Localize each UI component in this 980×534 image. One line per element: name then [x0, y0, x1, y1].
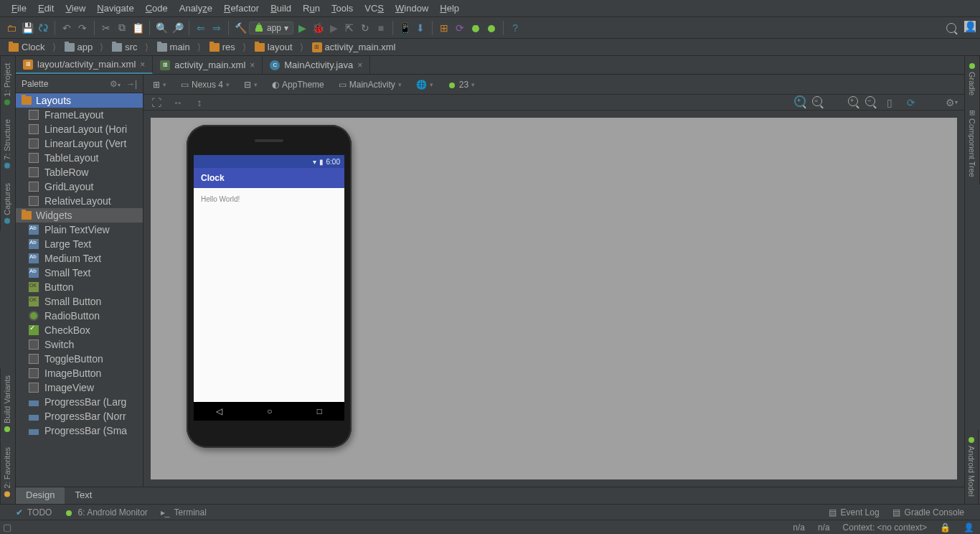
locale-dropdown[interactable]: 🌐: [413, 78, 437, 92]
debug-icon[interactable]: 🐞: [311, 21, 325, 35]
menu-window[interactable]: Window: [390, 1, 434, 15]
zoom-fit-icon[interactable]: +: [795, 96, 805, 108]
palette-item[interactable]: RelativeLayout: [16, 194, 143, 208]
api-dropdown[interactable]: 23: [444, 78, 479, 92]
palette-item[interactable]: ProgressBar (Sma: [16, 423, 143, 438]
palette-item[interactable]: TableLayout: [16, 151, 143, 165]
user-icon[interactable]: 👤: [964, 21, 976, 32]
activity-dropdown[interactable]: ▭ MainActivity: [335, 78, 405, 92]
tab-main-activity-java[interactable]: C MainActivity.java ×: [263, 56, 370, 74]
undo-icon[interactable]: ↶: [60, 21, 74, 35]
menu-tools[interactable]: Tools: [326, 1, 359, 15]
tw-gradle-console[interactable]: ▤Gradle Console: [892, 507, 964, 517]
menu-view[interactable]: View: [60, 1, 91, 15]
run-config-dropdown[interactable]: app ▾: [249, 22, 293, 34]
menu-navigate[interactable]: Navigate: [91, 1, 139, 15]
palette-item[interactable]: Switch: [16, 337, 143, 352]
palette-item[interactable]: LinearLayout (Hori: [16, 122, 143, 136]
close-icon[interactable]: ×: [250, 60, 255, 70]
lock-icon[interactable]: 🔒: [940, 523, 951, 533]
save-icon[interactable]: 💾: [20, 21, 34, 35]
menu-analyze[interactable]: Analyze: [174, 1, 218, 15]
menu-refactor[interactable]: Refactor: [218, 1, 265, 15]
crumb-app[interactable]: app: [60, 42, 108, 52]
viewport-dropdown[interactable]: ⊞: [149, 78, 170, 92]
redo-icon[interactable]: ↷: [75, 21, 90, 35]
close-icon[interactable]: ×: [140, 60, 145, 70]
crumb-layout[interactable]: layout: [250, 42, 308, 52]
sync-icon[interactable]: 🗘: [36, 21, 50, 35]
copy-icon[interactable]: ⧉: [115, 21, 129, 35]
tw-gradle[interactable]: Gradle: [965, 56, 980, 103]
zoom-actual-icon[interactable]: =: [812, 96, 822, 108]
crumb-src[interactable]: src: [108, 42, 152, 52]
pan-icon[interactable]: ⛶: [149, 95, 164, 110]
make-icon[interactable]: 🔨: [233, 21, 248, 35]
sync-gradle-icon[interactable]: ⟳: [453, 21, 467, 35]
palette-item[interactable]: ProgressBar (Larg: [16, 395, 143, 409]
palette-item[interactable]: Plain TextView: [16, 222, 143, 237]
tw-structure[interactable]: 7: Structure: [0, 112, 14, 176]
tab-layout-activity-main[interactable]: ⊞ layout/activity_main.xml ×: [16, 56, 153, 74]
structure-icon[interactable]: ⊞: [437, 21, 451, 35]
crumb-project[interactable]: Clock: [4, 42, 60, 52]
palette-item[interactable]: ToggleButton: [16, 352, 143, 366]
open-icon[interactable]: 🗀: [4, 21, 19, 35]
paste-icon[interactable]: 📋: [131, 21, 145, 35]
settings-icon[interactable]: ⚙▾: [944, 95, 958, 110]
orientation-dropdown[interactable]: ⊟: [240, 78, 261, 92]
resize-v-icon[interactable]: ↕: [192, 95, 207, 110]
find-icon[interactable]: 🔍: [154, 21, 169, 35]
avd-icon[interactable]: 📱: [397, 21, 412, 35]
collapse-icon[interactable]: →|: [126, 79, 137, 89]
status-context[interactable]: Context: <no context>: [843, 523, 927, 533]
tw-android-model[interactable]: Android Model: [965, 430, 979, 504]
palette-list[interactable]: LayoutsFrameLayoutLinearLayout (HoriLine…: [16, 93, 143, 487]
menu-edit[interactable]: Edit: [32, 1, 60, 15]
palette-item[interactable]: ProgressBar (Norr: [16, 409, 143, 423]
tw-build-variants[interactable]: Build Variants: [0, 368, 14, 439]
stop-icon[interactable]: ■: [374, 21, 388, 35]
menu-vcs[interactable]: VCS: [359, 1, 390, 15]
palette-item[interactable]: ImageView: [16, 380, 143, 395]
menu-file[interactable]: File: [6, 1, 32, 15]
design-canvas[interactable]: ▾ ▮ 6:00 Clock Hello World! ◁ ○: [151, 118, 957, 479]
palette-item[interactable]: GridLayout: [16, 179, 143, 194]
tw-project[interactable]: 1: Project: [0, 56, 14, 112]
tw-component-tree[interactable]: ⊞Component Tree: [965, 103, 980, 184]
tw-captures[interactable]: Captures: [0, 176, 14, 231]
palette-item[interactable]: Small Button: [16, 294, 143, 309]
menu-run[interactable]: Run: [297, 1, 326, 15]
refresh-icon[interactable]: ⟳: [904, 95, 918, 110]
sdk-icon[interactable]: ⬇: [413, 21, 428, 35]
reset-icon[interactable]: ▯: [882, 95, 897, 110]
palette-item[interactable]: Large Text: [16, 237, 143, 251]
menu-code[interactable]: Code: [140, 1, 174, 15]
device-dropdown[interactable]: ▭ Nexus 4: [177, 78, 233, 92]
palette-item[interactable]: RadioButton: [16, 309, 143, 323]
tw-todo[interactable]: ✔TODO: [16, 507, 52, 517]
hector-icon[interactable]: 👤: [963, 523, 974, 533]
search-everywhere-icon[interactable]: [944, 21, 958, 35]
back-icon[interactable]: ⇐: [194, 21, 208, 35]
device-screen[interactable]: ▾ ▮ 6:00 Clock Hello World! ◁ ○: [194, 155, 344, 421]
help-icon[interactable]: ?: [508, 21, 522, 35]
resize-h-icon[interactable]: ↔: [171, 95, 185, 110]
palette-item[interactable]: Medium Text: [16, 251, 143, 266]
designer-tab-design[interactable]: Design: [16, 487, 65, 504]
palette-group-widgets[interactable]: Widgets: [16, 208, 143, 222]
designer-tab-text[interactable]: Text: [65, 487, 102, 504]
palette-item[interactable]: Button: [16, 280, 143, 294]
restart-icon[interactable]: ↻: [358, 21, 372, 35]
attach-icon[interactable]: ⇱: [342, 21, 357, 35]
tw-favorites[interactable]: 2: Favorites: [0, 440, 14, 504]
crumb-file[interactable]: ⊞activity_main.xml: [308, 42, 407, 52]
close-icon[interactable]: ×: [357, 60, 362, 70]
menu-build[interactable]: Build: [265, 1, 297, 15]
android-icon-2[interactable]: [484, 21, 499, 35]
toolwindows-icon[interactable]: ▢: [3, 522, 11, 533]
forward-icon[interactable]: ⇒: [209, 21, 224, 35]
palette-item[interactable]: TableRow: [16, 165, 143, 179]
android-icon[interactable]: [468, 21, 483, 35]
crumb-main[interactable]: main: [153, 42, 205, 52]
